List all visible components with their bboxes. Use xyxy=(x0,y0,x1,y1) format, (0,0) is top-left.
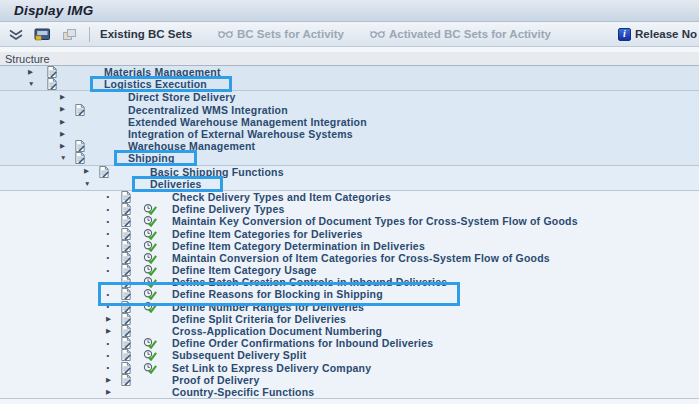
img-doc-icon[interactable] xyxy=(120,203,132,215)
tree-item-label[interactable]: Define Batch Creation Controls in Inboun… xyxy=(172,276,447,288)
expand-arrow-icon[interactable]: ▶ xyxy=(106,386,111,398)
expand-arrow-icon[interactable]: ▶ xyxy=(60,128,65,140)
tree-row-subsequent-delivery-split[interactable]: ·Subsequent Delivery Split xyxy=(0,349,699,361)
expand-arrow-icon[interactable]: ▶ xyxy=(106,374,111,386)
tree-row-materials-management[interactable]: ▶Materials Management xyxy=(0,66,699,78)
tree-item-label[interactable]: Deliveries xyxy=(150,178,202,190)
img-doc-icon[interactable] xyxy=(74,152,86,164)
img-activity-icon[interactable] xyxy=(143,349,157,361)
tree-item-label[interactable]: Logistics Execution xyxy=(104,78,207,90)
tree-row-proof-of-delivery[interactable]: ▶Proof of Delivery xyxy=(0,374,699,386)
tree-row-check-delivery-types-and-item-categories[interactable]: ·Check Delivery Types and Item Categorie… xyxy=(0,191,699,203)
tree-row-logistics-execution[interactable]: ▼Logistics Execution xyxy=(0,78,699,90)
tree-row-integration-of-external-warehouse-systems[interactable]: ▶Integration of External Warehouse Syste… xyxy=(0,128,699,140)
img-doc-icon[interactable] xyxy=(120,301,132,313)
tree-item-label[interactable]: Integration of External Warehouse System… xyxy=(128,128,353,140)
collapse-arrow-icon[interactable]: ▼ xyxy=(60,152,66,164)
img-doc-icon[interactable] xyxy=(120,374,132,386)
tree-item-label[interactable]: Warehouse Management xyxy=(128,140,255,152)
img-doc-icon[interactable] xyxy=(120,313,132,325)
tree-item-label[interactable]: Define Item Category Usage xyxy=(172,264,317,276)
img-doc-icon[interactable] xyxy=(46,66,58,78)
expand-arrow-icon[interactable]: ▶ xyxy=(28,66,33,78)
tree-item-label[interactable]: Set Link to Express Delivery Company xyxy=(172,362,371,374)
img-doc-icon[interactable] xyxy=(120,276,132,288)
img-doc-icon[interactable] xyxy=(98,166,110,178)
tree-item-label[interactable]: Define Order Confirmations for Inbound D… xyxy=(172,337,433,349)
bc-sets-for-activity-button[interactable]: BC Sets for Activity xyxy=(218,28,344,40)
collapse-arrow-icon[interactable]: ▼ xyxy=(84,178,90,190)
tree-item-label[interactable]: Decentralized WMS Integration xyxy=(128,104,288,116)
tree-row-country-specific-functions[interactable]: ▶Country-Specific Functions xyxy=(0,386,699,398)
img-doc-icon[interactable] xyxy=(74,104,86,116)
img-activity-icon[interactable] xyxy=(143,264,157,276)
tree-item-label[interactable]: Direct Store Delivery xyxy=(128,91,236,103)
tree-item-label[interactable]: Define Item Categories for Deliveries xyxy=(172,227,363,239)
tree-row-define-order-confirmations-for-inbound-deliverie[interactable]: ·Define Order Confirmations for Inbound … xyxy=(0,337,699,349)
tree-item-label[interactable]: Materials Management xyxy=(104,66,221,78)
expand-arrow-icon[interactable]: ▶ xyxy=(60,91,65,103)
img-doc-icon[interactable] xyxy=(46,78,58,90)
img-doc-icon[interactable] xyxy=(74,140,86,152)
img-doc-icon[interactable] xyxy=(120,252,132,264)
tree-row-cross-application-document-numbering[interactable]: ▶Cross-Application Document Numbering xyxy=(0,325,699,337)
tree-item-label[interactable]: Country-Specific Functions xyxy=(172,386,314,398)
tree-row-define-item-category-determination-in-deliveries[interactable]: ·Define Item Category Determination in D… xyxy=(0,240,699,252)
copy-icon[interactable] xyxy=(61,28,77,41)
tree-row-define-item-category-usage[interactable]: ·Define Item Category Usage xyxy=(0,264,699,276)
tree-row-direct-store-delivery[interactable]: ▶Direct Store Delivery xyxy=(0,91,699,103)
tree-item-label[interactable]: Shipping xyxy=(128,152,175,164)
tree-row-set-link-to-express-delivery-company[interactable]: ·Set Link to Express Delivery Company xyxy=(0,362,699,374)
img-activity-icon[interactable] xyxy=(143,276,157,288)
img-activity-icon[interactable] xyxy=(143,362,157,374)
position-display-icon[interactable] xyxy=(34,28,51,41)
activated-bc-sets-for-activity-button[interactable]: Activated BC Sets for Activity xyxy=(370,28,551,40)
img-doc-icon[interactable] xyxy=(120,264,132,276)
expand-arrow-icon[interactable]: ▶ xyxy=(84,166,89,178)
tree-row-decentralized-wms-integration[interactable]: ▶Decentralized WMS Integration xyxy=(0,104,699,116)
tree-item-label[interactable]: Maintain Conversion of Item Categories f… xyxy=(172,252,550,264)
img-doc-icon[interactable] xyxy=(120,337,132,349)
tree-item-label[interactable]: Define Split Criteria for Deliveries xyxy=(172,313,346,325)
tree-row-deliveries[interactable]: ▼Deliveries xyxy=(0,178,699,190)
release-notes-button[interactable]: Release No xyxy=(618,28,697,41)
tree-row-shipping[interactable]: ▼Shipping xyxy=(0,152,699,164)
img-activity-icon[interactable] xyxy=(143,337,157,349)
tree-row-define-split-criteria-for-deliveries[interactable]: ▶Define Split Criteria for Deliveries xyxy=(0,313,699,325)
existing-bc-sets-button[interactable]: Existing BC Sets xyxy=(100,28,192,40)
img-doc-icon[interactable] xyxy=(120,362,132,374)
img-doc-icon[interactable] xyxy=(120,288,132,300)
tree-item-label[interactable]: Proof of Delivery xyxy=(172,374,259,386)
img-doc-icon[interactable] xyxy=(120,240,132,252)
img-doc-icon[interactable] xyxy=(120,349,132,361)
img-activity-icon[interactable] xyxy=(143,240,157,252)
tree-row-define-number-ranges-for-deliveries[interactable]: ·Define Number Ranges for Deliveries xyxy=(0,301,699,313)
tree-item-label[interactable]: Define Reasons for Blocking in Shipping xyxy=(172,288,383,300)
tree-item-label[interactable]: Extended Warehouse Management Integratio… xyxy=(128,116,367,128)
tree-row-define-delivery-types[interactable]: ·Define Delivery Types xyxy=(0,203,699,215)
tree-item-label[interactable]: Cross-Application Document Numbering xyxy=(172,325,382,337)
expand-arrow-icon[interactable]: ▶ xyxy=(60,140,65,152)
expand-arrow-icon[interactable]: ▶ xyxy=(106,313,111,325)
collapse-all-icon[interactable] xyxy=(8,28,24,41)
img-activity-icon[interactable] xyxy=(143,203,157,215)
img-activity-icon[interactable] xyxy=(143,227,157,239)
tree-row-basic-shipping-functions[interactable]: ▶Basic Shipping Functions xyxy=(0,166,699,178)
collapse-arrow-icon[interactable]: ▼ xyxy=(28,78,34,90)
img-activity-icon[interactable] xyxy=(143,215,157,227)
tree-row-maintain-conversion-of-item-categories-for-cross[interactable]: ·Maintain Conversion of Item Categories … xyxy=(0,252,699,264)
tree-row-extended-warehouse-management-integration[interactable]: ▶Extended Warehouse Management Integrati… xyxy=(0,116,699,128)
tree-item-label[interactable]: Define Delivery Types xyxy=(172,203,285,215)
tree-item-label[interactable]: Check Delivery Types and Item Categories xyxy=(172,191,391,203)
img-doc-icon[interactable] xyxy=(120,325,132,337)
tree-item-label[interactable]: Subsequent Delivery Split xyxy=(172,349,307,361)
img-activity-icon[interactable] xyxy=(143,301,157,313)
expand-arrow-icon[interactable]: ▶ xyxy=(60,104,65,116)
tree-row-define-reasons-for-blocking-in-shipping[interactable]: ·Define Reasons for Blocking in Shipping xyxy=(0,288,699,300)
tree-item-label[interactable]: Basic Shipping Functions xyxy=(150,166,284,178)
tree-item-label[interactable]: Maintain Key Conversion of Document Type… xyxy=(172,215,578,227)
tree-row-define-item-categories-for-deliveries[interactable]: ·Define Item Categories for Deliveries xyxy=(0,227,699,239)
img-doc-icon[interactable] xyxy=(120,215,132,227)
expand-arrow-icon[interactable]: ▶ xyxy=(60,116,65,128)
tree-row-define-batch-creation-controls-in-inbound-delive[interactable]: ·Define Batch Creation Controls in Inbou… xyxy=(0,276,699,288)
